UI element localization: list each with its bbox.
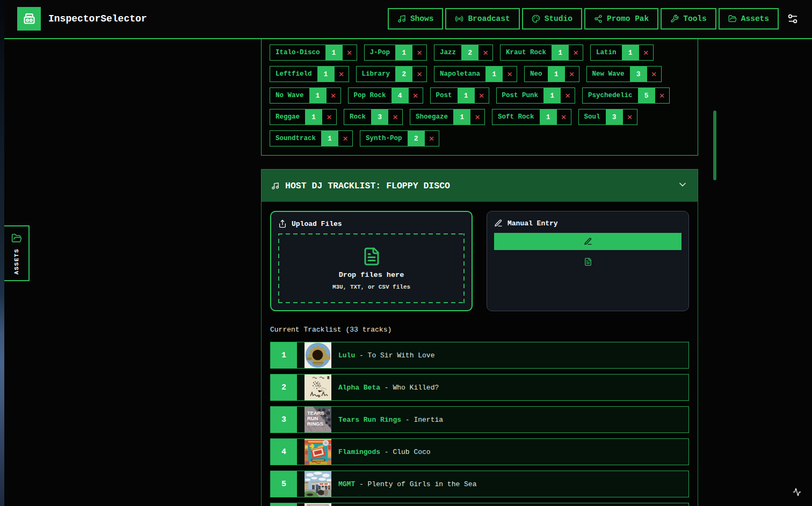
svg-text:INERTIA: INERTIA (312, 427, 330, 432)
svg-text:RINGS: RINGS (307, 421, 323, 427)
